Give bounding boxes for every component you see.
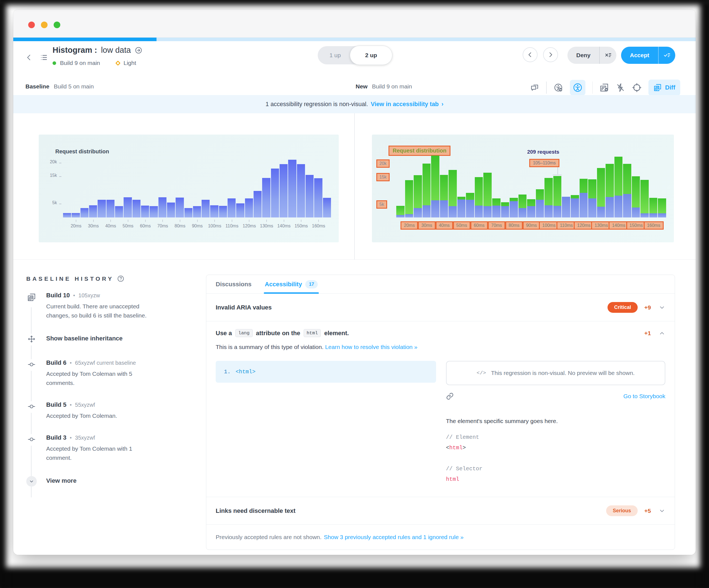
histogram-bar [306,175,314,218]
code-chip-lang: lang [235,329,253,337]
go-to-storybook-link[interactable]: Go to Storybook [623,393,665,399]
build-hash: 105xyzw [79,292,100,299]
bar-top-cap [553,174,562,175]
commit-node-icon [26,359,37,371]
build-name[interactable]: Build 6 [46,359,67,366]
x-axis-label: 150ms [626,221,646,230]
resolve-violation-link[interactable]: Learn how to resolve this violation » [325,344,418,350]
tab-discussions[interactable]: Discussions [216,275,252,293]
one-up-option[interactable]: 1 up [318,46,352,64]
c-xtick [128,220,128,222]
link-icon[interactable] [446,392,454,400]
overlap-bar [448,206,457,218]
deny-label[interactable]: Deny [568,47,599,64]
chevron-down-icon[interactable] [659,508,665,514]
history-item-view-more[interactable]: View more [26,476,192,486]
banner-message: 1 accessibility regression is non-visual… [265,101,368,108]
build-description: Current build. There are unaccepted chan… [46,302,157,320]
animations-off-icon[interactable] [616,83,625,92]
c-xtick [266,220,267,222]
history-heading: BASELINE HISTORY [26,276,114,282]
panel-footer: Previously accepted rules are not shown.… [206,525,675,550]
show-baseline-inheritance[interactable]: Show baseline inheritance [46,334,123,345]
story-name: low data [101,46,131,55]
x-axis-label: 80ms [505,221,523,230]
overlap-bar [536,200,544,218]
batch-deny-icon[interactable] [600,47,616,64]
previous-change-button[interactable] [523,47,537,62]
rule-count: +1 [644,330,651,337]
accessibility-on-toggle[interactable] [570,80,585,95]
accessibility-off-icon[interactable] [554,83,563,92]
build-name[interactable]: Build 5 [46,401,67,409]
story-list-icon[interactable] [40,53,48,62]
accept-label[interactable]: Accept [621,47,658,64]
overlap-bar [588,198,597,218]
diff-toggle-active[interactable]: Diff [649,80,680,95]
x-axis-label: 120ms [574,221,594,230]
rule-invalid-aria[interactable]: Invalid ARIA values Critical +9 [206,294,675,321]
chart-title: Request distribution [55,148,109,155]
accept-button[interactable]: Accept [621,47,675,64]
histogram-bar [141,205,149,218]
banner-link[interactable]: View in accessibility tab [371,101,439,108]
diff-squares-icon [26,292,37,304]
comments-icon[interactable] [530,83,539,92]
c-xtick [93,220,94,222]
build-name[interactable]: Build 10 [46,292,70,299]
build-hash: 65xyzwf current baseline [75,360,136,366]
overlap-bar [649,213,658,218]
history-item-inheritance[interactable]: Show baseline inheritance [26,334,192,345]
view-more[interactable]: View more [46,476,77,486]
histogram-bar [323,198,331,218]
overlap-bar [606,197,614,218]
overlap-bar [545,205,553,218]
rule-links-discernable[interactable]: Links need discernable text Serious +5 [206,497,675,525]
view-mode-toggle[interactable]: 1 up 2 up [318,46,392,64]
rule-title: Invalid ARIA values [216,304,272,311]
two-up-option-selected[interactable]: 2 up [350,46,392,65]
chevron-up-icon[interactable] [659,330,665,337]
build-description: Accepted by Tom Coleman with 1 comment. [46,444,157,462]
overlap-bar [492,205,500,218]
tab-accessibility[interactable]: Accessibility 17 [265,275,318,293]
overlap-bar [466,200,474,218]
focus-icon[interactable] [632,83,641,92]
next-change-button[interactable] [543,47,558,62]
close-window-button[interactable] [28,22,35,28]
x-axis-label: 60ms [470,221,488,230]
commit-node-icon [26,434,37,446]
build-description: Accepted by Tom Coleman with 5 comments. [46,369,157,387]
deny-button[interactable]: Deny [568,47,616,64]
non-visual-preview-box: </> This regression is non-visual. No pr… [446,361,665,385]
diff-label[interactable]: Diff [665,84,675,91]
snapshot-diff-off-icon[interactable] [600,83,609,92]
help-icon[interactable] [117,275,125,282]
y-axis-label: 20k [376,160,390,168]
story-header: Histogram : low data Build 9 on main Lig… [13,41,696,80]
overlap-bar [597,207,605,218]
chart-title: Request distribution [389,146,450,156]
maximize-window-button[interactable] [54,22,60,28]
new-diff-chart: Request distribution5k15k20k20ms30ms40ms… [372,135,674,242]
baseline-chart: Request distribution5k15k20k20ms30ms40ms… [39,135,339,242]
app-window: Histogram : low data Build 9 on main Lig… [13,9,696,555]
build-status-dot [53,61,56,65]
element-code: // Element <html> // Selector html [446,432,665,485]
build-hash: 35xyzwf [75,435,95,441]
histogram-bar [254,191,262,218]
c-xtick [162,220,163,222]
go-to-component-icon[interactable] [135,47,142,54]
banner-link-chevron[interactable]: › [442,101,444,108]
theme-chip: Light [124,60,136,66]
histogram-bar [150,206,158,218]
minimize-window-button[interactable] [41,22,48,28]
chevron-down-icon[interactable] [659,304,665,311]
build-name[interactable]: Build 3 [46,434,67,441]
c-ytick [59,163,61,163]
back-chevron-icon[interactable] [25,54,33,61]
chevron-down-circle-icon[interactable] [26,476,37,486]
show-accepted-rules-link[interactable]: Show 3 previously accepted rules and 1 i… [324,534,464,540]
batch-accept-icon[interactable] [659,47,675,64]
c-xtick [197,220,198,222]
